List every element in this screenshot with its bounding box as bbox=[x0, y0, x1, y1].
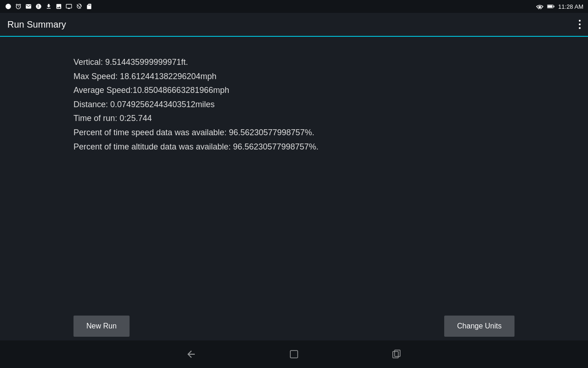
home-button[interactable] bbox=[288, 349, 300, 360]
nav-bar bbox=[0, 340, 588, 368]
overflow-menu-button[interactable] bbox=[579, 20, 581, 29]
download-icon bbox=[45, 3, 52, 10]
alarm-icon bbox=[15, 3, 22, 10]
svg-rect-6 bbox=[554, 6, 554, 7]
status-bar: ₿ bbox=[0, 0, 588, 13]
photo-icon bbox=[5, 3, 12, 10]
svg-rect-8 bbox=[393, 351, 398, 358]
bitcoin-icon: ₿ bbox=[35, 3, 42, 10]
status-icons: ₿ bbox=[5, 3, 93, 10]
no-call-icon bbox=[75, 3, 83, 10]
recents-button[interactable] bbox=[391, 349, 402, 360]
altitude-data-percent-stat: Percent of time altitude data was availa… bbox=[74, 140, 514, 154]
time-display: 11:28 AM bbox=[558, 3, 583, 10]
main-content: Vertical: 9.514435999999971ft. Max Speed… bbox=[0, 37, 588, 172]
time-of-run-stat: Time of run: 0:25.744 bbox=[74, 111, 514, 126]
svg-point-3 bbox=[539, 7, 541, 9]
new-run-button[interactable]: New Run bbox=[74, 316, 130, 337]
svg-rect-9 bbox=[395, 350, 400, 356]
menu-dot-3 bbox=[579, 27, 581, 29]
change-units-button[interactable]: Change Units bbox=[444, 316, 514, 337]
wifi-icon bbox=[536, 3, 543, 10]
avg-speed-stat: Average Speed:10.850486663281966mph bbox=[74, 83, 514, 98]
speed-data-percent-stat: Percent of time speed data was available… bbox=[74, 126, 514, 140]
page-title: Run Summary bbox=[7, 19, 66, 30]
image-icon bbox=[55, 3, 62, 10]
svg-rect-5 bbox=[548, 5, 553, 7]
distance-stat: Distance: 0.07492562443403512miles bbox=[74, 98, 514, 112]
sd-card-icon bbox=[85, 3, 93, 10]
status-right: 11:28 AM bbox=[536, 3, 583, 10]
svg-text:₿: ₿ bbox=[37, 5, 39, 8]
title-bar: Run Summary bbox=[0, 13, 588, 37]
bottom-buttons: New Run Change Units bbox=[0, 316, 588, 337]
monitor-icon bbox=[65, 3, 73, 10]
battery-icon bbox=[547, 3, 554, 10]
email-icon bbox=[25, 3, 32, 10]
back-button[interactable] bbox=[186, 349, 197, 360]
menu-dot-2 bbox=[579, 23, 581, 25]
max-speed-stat: Max Speed: 18.612441382296204mph bbox=[74, 69, 514, 84]
menu-dot-1 bbox=[579, 20, 581, 22]
vertical-stat: Vertical: 9.514435999999971ft. bbox=[74, 55, 514, 69]
svg-rect-7 bbox=[290, 351, 298, 358]
